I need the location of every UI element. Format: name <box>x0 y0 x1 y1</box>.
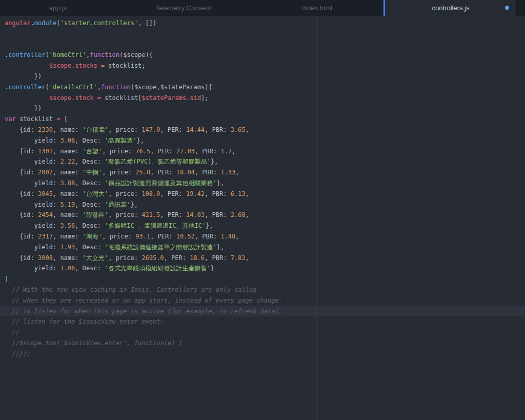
code-line-26[interactable]: // With the new view caching in Ionic, C… <box>0 285 525 295</box>
code-token-plain: {id: <box>5 169 38 176</box>
code-token-string: '台積電' <box>83 126 108 133</box>
code-token-plain <box>93 94 97 102</box>
code-line-27[interactable]: // when they are recreated or on app sta… <box>0 295 525 306</box>
code-token-string: '台塑' <box>83 148 102 155</box>
code-token-string: '中鋼' <box>83 169 102 176</box>
code-line-14[interactable]: yield: 2.22, Desc: '聚氯乙烯(PVC)、氯乙烯等塑膠製品'}… <box>0 156 525 167</box>
code-token-number: 421.5 <box>142 211 160 218</box>
code-token-plain: }, <box>131 201 138 208</box>
code-line-23[interactable]: {id: 3008, name: '大立光', price: 2695.0, P… <box>0 253 525 264</box>
code-token-string: '電腦系統設備連接器等之開發設計製造' <box>105 244 216 251</box>
code-line-17[interactable]: {id: 3045, name: '台灣大', price: 108.0, PE… <box>0 189 525 199</box>
code-token-plain: {id: <box>5 254 38 262</box>
code-token-string: '晶圓製造' <box>105 137 136 144</box>
code-line-2[interactable] <box>0 29 525 39</box>
code-token-plain: , name: <box>53 211 83 218</box>
code-editor[interactable]: angular.module('starter.controllers', []… <box>0 16 525 420</box>
code-token-string: '鋼品設計製造買賣儲運及其他相關業務' <box>105 179 216 187</box>
code-line-25[interactable]: ] <box>0 274 525 285</box>
code-token-plain: , price: <box>108 190 142 197</box>
code-token-plain: stocklist[ <box>101 94 142 102</box>
code-line-18[interactable]: yield: 5.19, Desc: '通訊業'}, <box>0 199 525 210</box>
code-token-number: 1.7 <box>220 148 232 155</box>
code-token-plain: {id: <box>5 211 38 218</box>
code-token-property: module <box>34 19 56 27</box>
code-token-plain: , PER: <box>150 233 176 240</box>
code-token-string: '聯發科' <box>83 211 108 218</box>
code-token-plain: yield: <box>5 265 60 272</box>
code-line-28[interactable]: // To listen for when this page is activ… <box>0 306 525 317</box>
code-token-plain: , Desc: <box>75 137 105 144</box>
tab-bar-empty-space <box>517 0 525 16</box>
code-token-plain: , <box>232 148 235 155</box>
code-token-comment: // <box>5 329 19 336</box>
tab-app-js[interactable]: app.js <box>0 0 116 16</box>
code-token-operator: = <box>97 94 101 102</box>
code-token-plain: yield: <box>5 158 60 165</box>
code-token-plain: , PBR: <box>195 169 221 176</box>
unsaved-changes-dot-icon[interactable] <box>505 6 509 10</box>
code-line-10[interactable]: var stocklist = [ <box>0 114 525 125</box>
code-token-plain: [ <box>60 115 67 123</box>
code-token-plain: , price: <box>102 148 135 155</box>
code-token-plain: stocklist <box>16 115 56 123</box>
code-token-plain: yield: <box>5 179 60 187</box>
code-line-5[interactable]: $scope.stocks = stocklist; <box>0 61 525 71</box>
code-token-number: 25.8 <box>135 169 150 176</box>
code-token-plain: , PER: <box>160 211 186 218</box>
code-line-15[interactable]: {id: 2002, name: '中鋼', price: 25.8, PER:… <box>0 167 525 178</box>
code-token-plain: , price: <box>108 254 142 262</box>
tab-label: Telemetry Consent <box>156 4 211 12</box>
code-token-keyword: var <box>5 115 16 123</box>
code-token-plain: , price: <box>102 169 135 176</box>
code-line-24[interactable]: yield: 1.06, Desc: '各式光學鏡頭模組研發設計生產銷售'} <box>0 263 525 274</box>
code-token-plain: , price: <box>108 126 142 133</box>
code-token-comment: // listen for the $ionicView.enter event… <box>5 318 164 325</box>
tab-index-html[interactable]: index.html <box>251 0 383 16</box>
code-token-string: 'detailsCtrl' <box>49 84 97 91</box>
code-token-plain: , name: <box>53 126 83 133</box>
code-line-20[interactable]: yield: 3.56, Desc: '多媒體IC 、電腦週邊IC、其他IC'}… <box>0 221 525 231</box>
code-line-11[interactable]: {id: 2330, name: '台積電', price: 147.0, PE… <box>0 125 525 135</box>
code-token-number: 3.56 <box>60 222 75 229</box>
code-line-3[interactable] <box>0 39 525 50</box>
code-token-plain: , <box>97 84 101 91</box>
code-line-22[interactable]: yield: 1.93, Desc: '電腦系統設備連接器等之開發設計製造'}, <box>0 242 525 253</box>
code-line-4[interactable]: .controller('homeCtrl',function($scope){ <box>0 50 525 61</box>
code-line-13[interactable]: {id: 1301, name: '台塑', price: 76.5, PER:… <box>0 146 525 157</box>
code-token-plain: }, <box>137 137 144 144</box>
code-line-9[interactable]: }) <box>0 103 525 114</box>
code-token-plain: , name: <box>53 190 83 197</box>
code-line-30[interactable]: // <box>0 327 525 338</box>
code-line-1[interactable]: angular.module('starter.controllers', []… <box>0 18 525 29</box>
code-line-32[interactable]: //}); <box>0 349 525 359</box>
tab-controllers-js[interactable]: controllers.js <box>383 0 517 16</box>
code-line-16[interactable]: yield: 3.88, Desc: '鋼品設計製造買賣儲運及其他相關業務'}, <box>0 178 525 189</box>
code-token-plain: , PBR: <box>195 233 221 240</box>
code-token-number: 1.33 <box>220 169 235 176</box>
code-line-31[interactable]: //$scope.$on('$ionicView.enter', functio… <box>0 338 525 349</box>
code-line-8[interactable]: $scope.stock = stocklist[$stateParams.si… <box>0 93 525 104</box>
code-token-plain: , name: <box>53 148 83 155</box>
code-token-plain: , name: <box>53 169 83 176</box>
code-line-21[interactable]: {id: 2317, name: '鴻海', price: 93.1, PER:… <box>0 231 525 242</box>
code-token-plain: }, <box>211 158 218 165</box>
code-token-plain: , Desc: <box>75 265 105 272</box>
code-line-19[interactable]: {id: 2454, name: '聯發科', price: 421.5, PE… <box>0 210 525 221</box>
code-line-7[interactable]: .controller('detailsCtrl',function($scop… <box>0 82 525 93</box>
code-token-plain: ($scope){ <box>119 51 153 58</box>
code-line-12[interactable]: yield: 3.06, Desc: '晶圓製造'}, <box>0 135 525 146</box>
code-token-property: controller <box>8 51 45 58</box>
code-token-string: '各式光學鏡頭模組研發設計生產銷售' <box>105 265 210 272</box>
code-line-29[interactable]: // listen for the $ionicView.enter event… <box>0 316 525 327</box>
code-token-plain: , <box>246 254 249 262</box>
code-token-number: 1301 <box>38 148 53 155</box>
tab-telemetry-consent[interactable]: Telemetry Consent <box>116 0 251 16</box>
code-token-comment: // With the new view caching in Ionic, C… <box>5 286 256 293</box>
code-token-string: '大立光' <box>83 254 108 262</box>
code-token-plain: ] <box>5 275 8 283</box>
code-token-number: 19.42 <box>186 190 205 197</box>
code-line-6[interactable]: }) <box>0 71 525 82</box>
code-token-keyword: function <box>90 51 119 58</box>
code-token-plain: , name: <box>53 254 83 262</box>
